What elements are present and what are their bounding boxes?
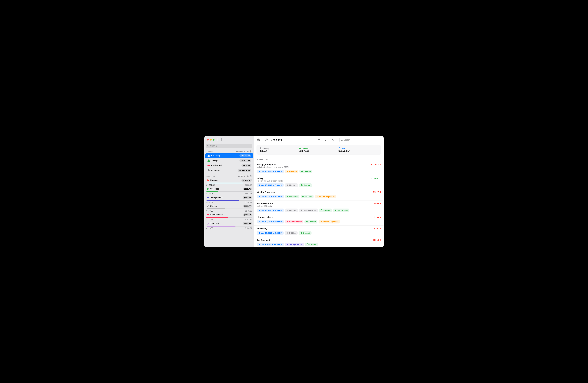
report-button[interactable] xyxy=(264,138,268,142)
category-groceries[interactable]: Groceries$192.75$192.75$557.25 xyxy=(204,187,254,195)
tag-date[interactable]: Jan 10, 2025 at 5:45 PM xyxy=(257,231,284,235)
sort-button[interactable] xyxy=(331,138,335,142)
account-amount: $25,724.57 xyxy=(239,154,251,157)
calendar-button[interactable] xyxy=(317,138,321,142)
category-spent: $223.99 xyxy=(207,227,213,229)
transaction-row[interactable]: Salary$7,483.77Paid on the 15th of each … xyxy=(254,175,384,189)
category-utilities[interactable]: Utilities$103.77$103.77$146.23 xyxy=(204,204,254,213)
account-row-mortgage[interactable]: Mortgage-$196,436.81 xyxy=(205,168,253,173)
tag-misc[interactable]: Miscellaneous xyxy=(299,208,318,212)
svg-point-40 xyxy=(317,196,318,197)
tag-cleared[interactable]: Cleared xyxy=(299,231,312,235)
transaction-row[interactable]: Weekly Groceries$192.75Jan 14, 2025 at 8… xyxy=(254,189,384,201)
tag-date[interactable]: Jan 7, 2025 at 11:30 AM xyxy=(257,243,284,246)
account-row-savings[interactable]: Savings$81,932.27 xyxy=(205,158,253,163)
sidebar-toggle-icon[interactable] xyxy=(218,138,222,141)
category-remaining: $138.11 xyxy=(245,201,252,203)
chevron-down-icon[interactable] xyxy=(261,139,262,140)
account-row-credit-card[interactable]: Credit Card-$518.77 xyxy=(205,163,253,168)
total-label: Total xyxy=(338,147,378,149)
svg-point-16 xyxy=(207,198,208,198)
svg-rect-43 xyxy=(301,210,302,211)
tag-date[interactable]: Jan 15, 2025 at 8:30 AM xyxy=(257,183,284,187)
progress-bar xyxy=(207,208,252,209)
tag-housing[interactable]: Housing xyxy=(285,170,298,173)
sidebar-search[interactable] xyxy=(206,144,252,148)
transaction-title: Cinema Tickets xyxy=(257,216,374,218)
transaction-tags: Jan 15, 2025 at 8:30 AMMonthlyCleared xyxy=(257,183,381,187)
add-button[interactable] xyxy=(256,138,261,142)
account-name: Checking xyxy=(211,155,238,157)
transaction-tags: Jan 7, 2025 at 11:30 AMTransportationCle… xyxy=(257,243,381,246)
svg-point-51 xyxy=(321,221,322,222)
svg-rect-3 xyxy=(208,156,208,156)
category-badge: $361.89 xyxy=(243,196,252,199)
category-shopping[interactable]: Shopping$223.99$223.99$126.01 xyxy=(204,221,254,230)
tag-cleared[interactable]: Cleared xyxy=(319,208,332,212)
transaction-title: Salary xyxy=(257,177,371,180)
clock-icon xyxy=(260,147,262,149)
svg-point-39 xyxy=(317,196,317,197)
transaction-amount: $29.32 xyxy=(374,227,381,230)
transaction-row[interactable]: Cinema Tickets$15.00Jan 12, 2025 at 7:00… xyxy=(254,214,384,226)
category-housing[interactable]: Housing$1,207.82$1,207.82$292.18 xyxy=(204,178,254,187)
tag-date[interactable]: Jan 14, 2025 at 2:45 PM xyxy=(257,208,284,212)
sort-icon[interactable] xyxy=(247,175,249,178)
transaction-row[interactable]: Mobile Data Plan$55.00Unlimited 5G data.… xyxy=(254,201,384,214)
tag-cleared[interactable]: Cleared xyxy=(301,195,314,198)
tag-shared[interactable]: Shared Expenses xyxy=(315,195,336,198)
svg-line-1 xyxy=(209,146,209,147)
tag-groceries[interactable]: Groceries xyxy=(285,195,300,198)
category-spent: $103.77 xyxy=(207,210,213,212)
accounts-label: Accounts xyxy=(207,151,236,153)
tag-phone[interactable]: Phone Bills xyxy=(333,208,349,212)
chevron-down-icon[interactable] xyxy=(336,139,337,140)
progress-bar xyxy=(207,183,252,183)
tag-date[interactable]: Jan 15, 2025 at 9:00 AM xyxy=(257,170,284,173)
main-search[interactable] xyxy=(339,138,381,142)
filter-button[interactable] xyxy=(323,138,327,142)
tag-shared[interactable]: Shared Expenses xyxy=(318,220,340,224)
close-window-button[interactable] xyxy=(207,139,209,140)
tag-utilities[interactable]: Utilities xyxy=(285,231,298,235)
sidebar-search-input[interactable] xyxy=(210,145,251,147)
category-transportation[interactable]: Transportation$361.89$361.89$138.11 xyxy=(204,195,254,204)
minimize-window-button[interactable] xyxy=(210,139,211,140)
tag-date[interactable]: Jan 12, 2025 at 7:00 PM xyxy=(257,220,284,224)
main-search-input[interactable] xyxy=(344,139,380,141)
add-account-icon[interactable] xyxy=(250,150,252,153)
account-row-checking[interactable]: Checking$25,724.57 xyxy=(205,153,253,158)
tag-cleared[interactable]: Cleared xyxy=(304,220,317,224)
tag-monthly[interactable]: Monthly xyxy=(285,183,298,187)
fullscreen-window-button[interactable] xyxy=(213,139,214,140)
tag-cleared[interactable]: Cleared xyxy=(299,183,312,187)
transaction-row[interactable]: Mortgage Payment$1,207.82Includes the in… xyxy=(254,161,384,175)
svg-rect-44 xyxy=(301,210,302,210)
tag-cleared[interactable]: Cleared xyxy=(305,243,318,246)
toolbar: Checking xyxy=(254,136,384,144)
transaction-row[interactable]: Electricity$29.32Jan 10, 2025 at 5:45 PM… xyxy=(254,226,384,237)
app-window: Accounts -$89,298.74 Checking$25,724.57S… xyxy=(204,136,384,247)
tag-monthly[interactable]: Monthly xyxy=(285,208,298,212)
svg-rect-8 xyxy=(208,160,209,161)
tag-transportation[interactable]: Transportation xyxy=(285,243,304,246)
search-icon xyxy=(341,139,343,141)
tag-entertainment[interactable]: Entertainment xyxy=(285,220,303,224)
svg-point-59 xyxy=(288,245,288,245)
transaction-row[interactable]: Car Payment$361.89Jan 7, 2025 at 11:30 A… xyxy=(254,237,384,247)
total-value: $25,724.57 xyxy=(338,150,378,152)
accounts-section-header: Accounts -$89,298.74 xyxy=(204,149,254,153)
sort-icon[interactable] xyxy=(247,150,249,153)
tag-date[interactable]: Jan 14, 2025 at 8:15 PM xyxy=(257,195,284,198)
house-icon xyxy=(207,179,209,181)
chevron-down-icon[interactable] xyxy=(328,139,329,140)
transaction-amount: $55.00 xyxy=(374,202,381,205)
titlebar xyxy=(204,136,254,143)
svg-rect-9 xyxy=(209,160,209,161)
bag-icon xyxy=(207,188,209,190)
category-entertainment[interactable]: Entertainment$142.64$142.64$157.36 xyxy=(204,213,254,221)
add-category-icon[interactable] xyxy=(250,175,252,178)
svg-rect-6 xyxy=(209,156,210,156)
tag-cleared[interactable]: Cleared xyxy=(299,170,312,173)
summary-pending: Pending -$96.34 xyxy=(260,147,299,152)
